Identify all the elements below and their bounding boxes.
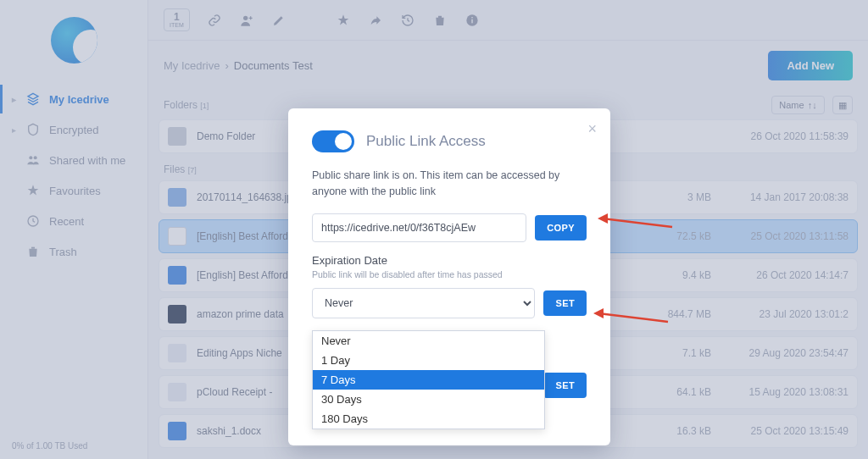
set-expiration-button[interactable]: SET bbox=[543, 290, 587, 316]
expiration-dropdown: Never1 Day7 Days30 Days180 Days bbox=[312, 330, 545, 429]
expiration-option[interactable]: Never bbox=[313, 331, 544, 351]
public-link-modal: × Public Link Access Public share link i… bbox=[288, 108, 610, 445]
expiration-hint: Public link will be disabled after time … bbox=[312, 269, 587, 279]
expiration-option[interactable]: 1 Day bbox=[313, 351, 544, 370]
set-password-button[interactable]: SET bbox=[543, 373, 587, 398]
expiration-label: Expiration Date bbox=[312, 254, 587, 267]
close-icon[interactable]: × bbox=[587, 120, 597, 138]
share-url-input[interactable] bbox=[312, 213, 526, 242]
expiration-select[interactable]: Never bbox=[312, 288, 535, 318]
expiration-option[interactable]: 7 Days bbox=[313, 370, 544, 390]
modal-description: Public share link is on. This item can b… bbox=[312, 168, 587, 200]
public-link-toggle[interactable] bbox=[312, 130, 354, 152]
expiration-option[interactable]: 30 Days bbox=[313, 390, 544, 409]
expiration-option[interactable]: 180 Days bbox=[313, 409, 544, 429]
modal-title: Public Link Access bbox=[366, 133, 486, 150]
copy-button[interactable]: COPY bbox=[535, 215, 587, 241]
